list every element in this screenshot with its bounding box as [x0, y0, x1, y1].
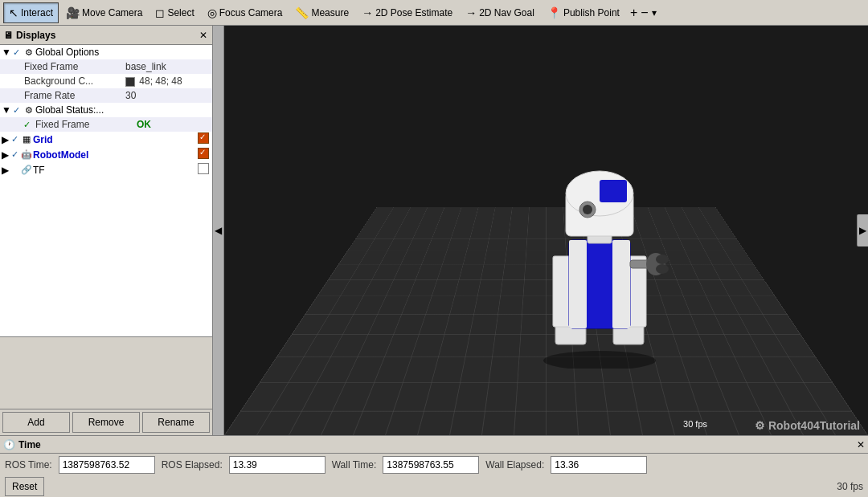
remove-button[interactable]: Remove: [72, 412, 140, 433]
list-item[interactable]: ▼ ✓ ⚙ Global Status:...: [0, 103, 212, 117]
expand-arrow: ▶: [0, 165, 9, 176]
interact-button[interactable]: ↖ Interact: [3, 2, 59, 23]
measure-button[interactable]: 📏 Measure: [289, 2, 354, 23]
pose-estimate-button[interactable]: → 2D Pose Estimate: [356, 2, 458, 23]
focus-camera-button[interactable]: ◎ Focus Camera: [202, 2, 289, 23]
robot-claw-lower: [656, 264, 669, 274]
time-fields: ROS Time: ROS Elapsed: Wall Time: Wall E…: [0, 454, 868, 476]
list-item[interactable]: Background C... 48; 48; 48: [0, 74, 212, 88]
toolbar-extras: + − ▾: [630, 6, 657, 20]
list-item[interactable]: ▼ ✓ ⚙ Global Options: [0, 45, 212, 59]
list-item[interactable]: Frame Rate 30: [0, 88, 212, 103]
minus-icon[interactable]: −: [641, 6, 648, 20]
robot-pupil: [583, 205, 592, 214]
publish-point-button[interactable]: 📍 Publish Point: [542, 2, 625, 23]
expand-arrow: ▼: [0, 104, 11, 116]
fixed-frame-value: base_link: [125, 61, 212, 72]
select-button[interactable]: ◻ Select: [149, 2, 199, 23]
wall-elapsed-label: Wall Elapsed:: [485, 459, 544, 471]
list-item[interactable]: ▶ ✓ 🤖 RobotModel: [0, 147, 212, 162]
watermark: ⚙ Robot404Tutorial: [755, 419, 860, 432]
move-camera-button[interactable]: 🎥 Move Camera: [60, 2, 148, 23]
list-item[interactable]: Fixed Frame base_link: [0, 59, 212, 74]
robot-head-blue-panel: [600, 180, 627, 202]
ros-time-input[interactable]: [59, 456, 155, 474]
rename-button[interactable]: Rename: [142, 412, 210, 433]
ros-elapsed-input[interactable]: [229, 456, 326, 474]
tf-checkbox[interactable]: [198, 163, 209, 177]
left-chevron-icon: ◀: [215, 225, 222, 236]
check-icon: ✓: [9, 149, 20, 160]
measure-label: Measure: [311, 7, 349, 18]
move-camera-icon: 🎥: [66, 6, 80, 19]
time-footer: Reset 30 fps: [0, 476, 868, 497]
robot-claw-upper: [656, 255, 669, 264]
pose-estimate-label: 2D Pose Estimate: [375, 7, 452, 18]
displays-panel-title: 🖥 Displays: [3, 30, 55, 41]
list-item[interactable]: ✓ Fixed Frame OK: [0, 117, 212, 132]
tf-label: TF: [33, 165, 198, 176]
tf-icon: 🔗: [20, 165, 33, 175]
check-icon: ✓: [11, 105, 23, 116]
robot-shadow: [543, 351, 656, 369]
clock-icon: 🕐: [3, 439, 15, 450]
reset-button[interactable]: Reset: [5, 477, 44, 496]
nav-goal-button[interactable]: → 2D Nav Goal: [460, 2, 540, 23]
select-icon: ◻: [155, 6, 165, 19]
expand-arrow: ▶: [0, 134, 9, 145]
robot-body-left-white: [569, 240, 587, 328]
watermark-icon: ⚙: [755, 419, 765, 432]
list-item[interactable]: ▶ ✓ ▦ Grid: [0, 132, 212, 147]
right-collapse-button[interactable]: ▶: [857, 214, 868, 246]
main-content: 🖥 Displays ✕ ▼ ✓ ⚙ Global Options Fixed …: [0, 26, 868, 435]
time-fps-display: 30 fps: [837, 481, 863, 492]
frame-rate-value: 30: [125, 90, 212, 101]
empty-display-panel: [0, 337, 212, 409]
nav-goal-icon: →: [465, 6, 477, 19]
add-button[interactable]: Add: [2, 412, 70, 433]
select-label: Select: [167, 7, 194, 18]
displays-close-button[interactable]: ✕: [198, 30, 209, 41]
time-panel: 🕐 Time ✕ ROS Time: ROS Elapsed: Wall Tim…: [0, 435, 868, 497]
ros-time-label: ROS Time:: [5, 459, 52, 471]
robot-model: [511, 144, 688, 371]
fixed-frame-key: Fixed Frame: [21, 61, 125, 72]
check-icon: ✓: [11, 47, 23, 58]
displays-panel-header: 🖥 Displays ✕: [0, 26, 212, 45]
focus-camera-label: Focus Camera: [219, 7, 283, 18]
more-icon[interactable]: ▾: [652, 7, 657, 18]
displays-tree[interactable]: ▼ ✓ ⚙ Global Options Fixed Frame base_li…: [0, 45, 212, 337]
interact-label: Interact: [21, 7, 53, 18]
nav-goal-label: 2D Nav Goal: [479, 7, 534, 18]
measure-icon: 📏: [295, 6, 309, 19]
watermark-text: Robot404Tutorial: [768, 419, 860, 432]
toolbar: ↖ Interact 🎥 Move Camera ◻ Select ◎ Focu…: [0, 0, 868, 26]
list-item[interactable]: ▶ 🔗 TF: [0, 162, 212, 177]
left-collapse-button[interactable]: ◀: [213, 26, 224, 435]
grid-checkbox[interactable]: [198, 132, 209, 146]
robot-body-right-white: [612, 240, 630, 328]
time-panel-close[interactable]: ✕: [857, 439, 865, 450]
robot-svg: [511, 144, 688, 369]
wall-time-label: Wall Time:: [332, 459, 377, 471]
focus-camera-icon: ◎: [207, 6, 217, 19]
expand-arrow: ▼: [0, 47, 11, 58]
global-status-label: Global Status:...: [35, 104, 212, 116]
grid-icon: ▦: [20, 134, 33, 145]
3d-viewport[interactable]: ▶ 30 fps ⚙ Robot404Tutorial: [224, 26, 868, 435]
fps-display: 30 fps: [683, 419, 707, 429]
plus-icon[interactable]: +: [630, 6, 637, 20]
wall-time-input[interactable]: [383, 456, 479, 474]
grid-label: Grid: [33, 134, 198, 145]
robot-model-label: RobotModel: [33, 149, 198, 161]
robot-model-checkbox[interactable]: [198, 148, 209, 161]
right-chevron-icon: ▶: [859, 225, 866, 236]
pose-estimate-icon: →: [362, 6, 373, 19]
bg-color-key: Background C...: [21, 75, 125, 87]
displays-monitor-icon: 🖥: [3, 30, 13, 41]
wall-elapsed-input[interactable]: [551, 456, 647, 474]
publish-point-icon: 📍: [547, 6, 561, 19]
global-status-icon: ⚙: [23, 105, 35, 116]
robot-model-icon: 🤖: [20, 149, 33, 160]
left-panel: 🖥 Displays ✕ ▼ ✓ ⚙ Global Options Fixed …: [0, 26, 213, 435]
